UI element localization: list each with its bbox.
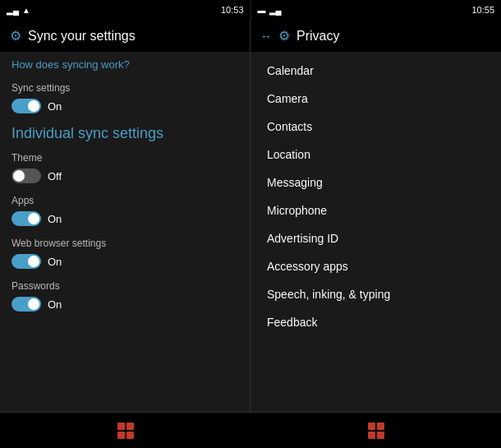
privacy-header: ↔ ⚙ Privacy: [250, 20, 501, 52]
sync-settings-panel: ⚙ Sync your settings How does syncing wo…: [0, 20, 250, 448]
apps-toggle-row: On: [11, 211, 238, 226]
apps-toggle[interactable]: [11, 211, 41, 226]
privacy-item-feedback[interactable]: Feedback: [250, 308, 501, 336]
web-browser-toggle[interactable]: [11, 254, 41, 269]
sync-settings-label: Sync settings: [11, 82, 238, 94]
right-signal-icon: ▂▄: [269, 6, 282, 15]
privacy-title: Privacy: [296, 29, 339, 44]
main-panels: ⚙ Sync your settings How does syncing wo…: [0, 20, 501, 448]
r-win-quad-4: [377, 432, 384, 439]
left-status-bar: ▂▄ ▲ 10:53: [0, 0, 250, 20]
privacy-arrow-icon: ↔: [260, 30, 272, 43]
privacy-item-camera[interactable]: Camera: [250, 85, 501, 113]
apps-toggle-label: On: [48, 213, 62, 225]
passwords-label: Passwords: [11, 280, 238, 292]
passwords-toggle-label: On: [48, 298, 62, 311]
sync-gear-icon: ⚙: [10, 28, 21, 44]
web-browser-label: Web browser settings: [11, 238, 238, 249]
web-browser-toggle-row: On: [11, 254, 238, 269]
right-battery-icon: ▬: [258, 6, 266, 15]
privacy-panel: ↔ ⚙ Privacy Calendar Camera Contacts Loc…: [250, 20, 501, 448]
theme-label: Theme: [11, 152, 238, 164]
left-time: 10:53: [221, 5, 244, 15]
theme-toggle-row: Off: [11, 169, 238, 183]
signal-icon: ▂▄: [7, 6, 19, 15]
privacy-item-advertising-id[interactable]: Advertising ID: [250, 224, 501, 252]
status-bar-row: ▂▄ ▲ 10:53 ▬ ▂▄ 10:55: [0, 0, 501, 20]
sync-header: ⚙ Sync your settings: [0, 20, 250, 52]
left-taskbar: [0, 412, 250, 448]
privacy-item-microphone[interactable]: Microphone: [250, 196, 501, 224]
theme-toggle-label: Off: [48, 170, 62, 182]
theme-toggle-thumb: [13, 170, 25, 182]
right-windows-button[interactable]: [368, 423, 384, 439]
privacy-item-calendar[interactable]: Calendar: [250, 57, 501, 85]
right-signal-icons: ▬ ▂▄: [258, 6, 282, 15]
sync-title: Sync your settings: [28, 29, 136, 44]
passwords-toggle-thumb: [28, 298, 39, 310]
right-time: 10:55: [471, 5, 494, 15]
how-syncing-link[interactable]: How does syncing work?: [11, 58, 238, 71]
sync-toggle[interactable]: [11, 99, 41, 113]
wifi-icon: ▲: [22, 6, 30, 15]
apps-toggle-thumb: [28, 213, 39, 224]
sync-toggle-thumb: [28, 100, 39, 112]
individual-sync-heading: Individual sync settings: [11, 125, 238, 142]
privacy-item-contacts[interactable]: Contacts: [250, 113, 501, 141]
r-win-quad-3: [368, 432, 375, 439]
privacy-item-location[interactable]: Location: [250, 141, 501, 169]
left-windows-button[interactable]: [117, 423, 134, 439]
win-quad-1: [117, 423, 125, 430]
apps-label: Apps: [11, 195, 238, 206]
sync-toggle-label: On: [48, 100, 62, 113]
right-taskbar: [250, 412, 501, 448]
privacy-items-list: Calendar Camera Contacts Location Messag…: [250, 52, 501, 415]
privacy-item-accessory-apps[interactable]: Accessory apps: [250, 252, 501, 280]
r-win-quad-2: [377, 423, 384, 430]
passwords-toggle[interactable]: [11, 297, 41, 312]
web-browser-toggle-thumb: [28, 256, 39, 267]
win-quad-2: [126, 423, 134, 430]
web-browser-toggle-label: On: [48, 256, 62, 268]
sync-toggle-row: On: [11, 99, 238, 113]
privacy-item-messaging[interactable]: Messaging: [250, 169, 501, 196]
privacy-gear-icon: ⚙: [278, 28, 290, 44]
r-win-quad-1: [368, 423, 375, 430]
sync-content: How does syncing work? Sync settings On …: [0, 52, 250, 415]
theme-toggle[interactable]: [11, 169, 41, 183]
left-signal-icons: ▂▄ ▲: [7, 6, 30, 15]
win-quad-4: [126, 432, 134, 439]
win-quad-3: [117, 432, 125, 439]
passwords-toggle-row: On: [11, 297, 238, 312]
right-status-bar: ▬ ▂▄ 10:55: [250, 0, 502, 20]
privacy-item-speech[interactable]: Speech, inking, & typing: [250, 280, 501, 308]
